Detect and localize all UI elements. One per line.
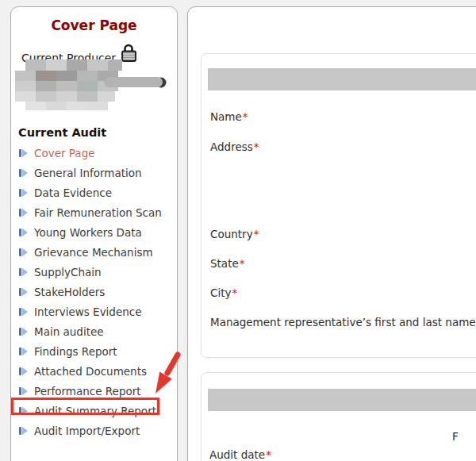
- main-content-panel: Name* Address* Country* State* City* Man…: [187, 6, 476, 461]
- partial-clipped-label: F: [452, 430, 459, 443]
- red-arrow-annotation: [145, 352, 182, 401]
- nav-item-label: Young Workers Data: [34, 226, 142, 239]
- required-asterisk: *: [254, 140, 259, 153]
- required-asterisk: *: [240, 257, 245, 270]
- sidebar-item-grievance-mechanism[interactable]: Grievance Mechanism: [19, 242, 175, 262]
- nav-bullet-icon: [19, 248, 28, 256]
- required-asterisk: *: [243, 110, 248, 123]
- nav-item-label: Performance Report: [34, 385, 141, 398]
- red-highlight-box-annotation: [11, 398, 159, 415]
- nav-item-label: SupplyChain: [34, 266, 102, 279]
- producer-details-section: Name* Address* Country* State* City* Man…: [201, 53, 476, 358]
- address-field-label: Address*: [210, 140, 259, 153]
- required-asterisk: *: [266, 448, 271, 461]
- nav-bullet-icon: [19, 268, 28, 276]
- section-header-bar: [208, 68, 476, 90]
- nav-bullet-icon: [19, 427, 28, 435]
- nav-bullet-icon: [19, 229, 28, 236]
- nav-bullet-icon: [19, 149, 28, 157]
- sidebar-item-general-information[interactable]: General Information: [19, 163, 175, 182]
- redacted-producer-image: [15, 60, 171, 115]
- nav-item-label: Interviews Evidence: [34, 305, 142, 318]
- sidebar-item-interviews-evidence[interactable]: Interviews Evidence: [19, 302, 175, 321]
- city-field-label: City*: [210, 286, 237, 299]
- sidebar-item-stakeholders[interactable]: StakeHolders: [19, 282, 175, 302]
- nav-item-label: General Information: [34, 167, 142, 179]
- section-header-bar: [208, 389, 476, 411]
- sidebar-item-main-auditee[interactable]: Main auditee: [19, 321, 175, 341]
- country-field-label: Country*: [210, 228, 259, 240]
- audit-details-section: F Audit date*: [201, 372, 476, 461]
- nav-bullet-icon: [19, 308, 28, 316]
- nav-item-label: StakeHolders: [34, 286, 105, 298]
- nav-bullet-icon: [19, 367, 28, 375]
- required-asterisk: *: [232, 286, 237, 299]
- management-representative-label: Management representative’s first and la…: [210, 316, 476, 328]
- nav-bullet-icon: [19, 288, 28, 296]
- nav-item-label: Grievance Mechanism: [34, 246, 153, 259]
- nav-bullet-icon: [19, 169, 28, 177]
- nav-item-label: Data Evidence: [34, 186, 112, 199]
- nav-item-label: Main auditee: [34, 325, 104, 338]
- sidebar-item-supplychain[interactable]: SupplyChain: [19, 262, 175, 282]
- nav-bullet-icon: [19, 348, 28, 355]
- nav-bullet-icon: [19, 209, 28, 217]
- name-field-label: Name*: [210, 110, 248, 123]
- nav-item-label: Attached Documents: [34, 365, 147, 378]
- audit-date-field-label: Audit date*: [209, 448, 271, 461]
- sidebar-item-data-evidence[interactable]: Data Evidence: [19, 182, 175, 202]
- nav-item-label: Fair Remuneration Scan: [34, 206, 162, 219]
- nav-item-label: Audit Import/Export: [34, 425, 140, 437]
- sidebar-item-fair-remuneration-scan[interactable]: Fair Remuneration Scan: [19, 202, 175, 222]
- nav-item-label: Cover Page: [34, 147, 95, 159]
- nav-bullet-icon: [19, 189, 28, 197]
- required-asterisk: *: [254, 228, 259, 240]
- sidebar-item-young-workers-data[interactable]: Young Workers Data: [19, 222, 175, 242]
- nav-bullet-icon: [19, 328, 28, 336]
- nav-item-label: Findings Report: [34, 345, 117, 358]
- sidebar-item-cover-page[interactable]: Cover Page: [19, 143, 175, 163]
- current-audit-heading: Current Audit: [18, 126, 106, 139]
- nav-bullet-icon: [19, 387, 28, 395]
- sidebar-item-audit-import-export[interactable]: Audit Import/Export: [19, 421, 175, 440]
- state-field-label: State*: [210, 257, 244, 270]
- sidebar-title: Cover Page: [11, 17, 177, 33]
